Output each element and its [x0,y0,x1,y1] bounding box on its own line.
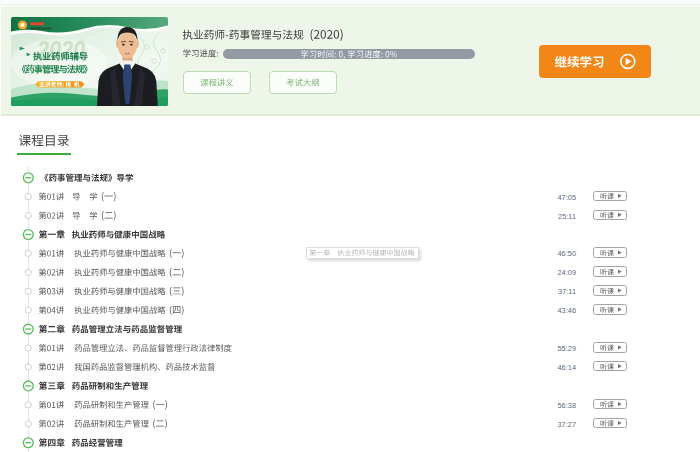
svg-text:56:38: 56:38 [558,401,577,410]
svg-text:2020: 2020 [36,35,85,65]
svg-text:37:27: 37:27 [558,420,577,429]
svg-text:47:05: 47:05 [558,193,577,202]
svg-text:55:29: 55:29 [558,344,577,353]
svg-text:24:09: 24:09 [558,268,577,277]
svg-text:46:14: 46:14 [558,363,577,372]
svg-text:43:46: 43:46 [558,306,577,315]
svg-text:25:11: 25:11 [558,212,576,221]
svg-text:37:11: 37:11 [558,287,576,296]
svg-text:46:50: 46:50 [558,249,577,258]
